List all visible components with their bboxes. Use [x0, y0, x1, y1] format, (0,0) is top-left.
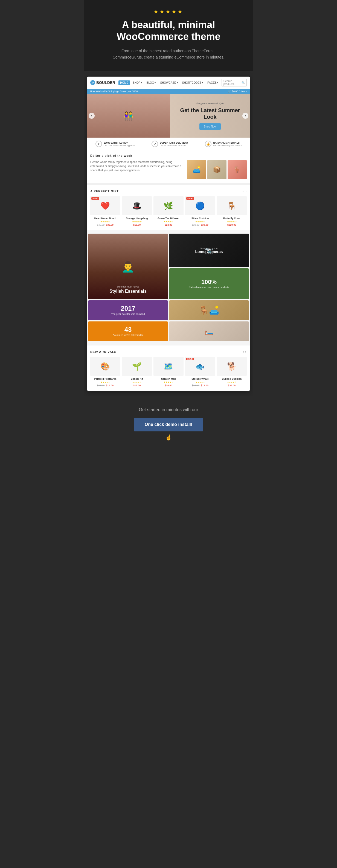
cursor-icon: ☝ [90, 434, 247, 441]
feature-natural: 👍 NATURAL MATERIALS We use 100% organic … [205, 141, 242, 147]
promo-cameras-big: Lomo Cameras [195, 249, 223, 254]
banner-seasonal: Gorgeous seasonal style [176, 102, 245, 105]
nav-home[interactable]: HOME [118, 81, 130, 85]
promo-stylish-essentials[interactable]: 👨‍🦱 Summer must haves Stylish Essentials [88, 234, 168, 299]
promo-year-text: The year Boulder was founded [111, 312, 145, 316]
new-arrivals-section: NEW ARRIVALS ‹ › 🎨 Polaroid Postcards ★★… [87, 345, 250, 391]
nav-menu: HOME SHOP ▾ BLOG ▾ SHOWCASE ▾ SHORTCODES… [118, 81, 220, 85]
cta-text: Get started in minutes with our [90, 407, 247, 412]
section-nav-gift: ‹ › [243, 189, 247, 193]
promo-year: 2017 The year Boulder was founded [88, 300, 168, 320]
topbar-cart[interactable]: 🛒 $0.00 0 items [228, 90, 247, 93]
hero-subtitle: From one of the highest rated authors on… [101, 48, 236, 60]
banner-headline: Get the Latest Summer Look [176, 107, 245, 120]
product-img-storage-whale: SALE! 🐟 [185, 357, 215, 376]
feature-bar: ♥ 100% SATISFACTION Our customers love o… [87, 137, 250, 150]
natural-icon: 👍 [205, 141, 211, 147]
product-stars-bonsai: ★★★★☆ [122, 381, 152, 383]
product-price-heart-memo: $40.00 $36.00 [90, 223, 120, 226]
feature-delivery: ↗ SUPER FAST DELIVERY Dispatched within … [152, 141, 188, 147]
product-stars-hedgehog: ★★★★★ [122, 220, 152, 223]
perfect-gift-section: A PERFECT GIFT ‹ › SALE! ❤️ Heart Memo B… [87, 185, 250, 230]
promo-bedroom: 🛏️ [169, 321, 249, 341]
new-arrivals-products: 🎨 Polaroid Postcards ★★★★☆ $36.00 $18.00… [90, 357, 247, 387]
promo-cameras-label: New range just in [195, 247, 223, 249]
product-img-scratch-map: 🗺️ [153, 357, 184, 376]
arrivals-next-icon[interactable]: › [245, 350, 247, 354]
bottom-cta: Get started in minutes with our One clic… [84, 396, 253, 452]
product-img-bonsai: 🌱 [122, 357, 152, 376]
product-stars-diffuser: ★★★★☆ [153, 220, 184, 223]
browser-mockup: ⊙ BOULDER HOME SHOP ▾ BLOG ▾ SHOWCASE ▾ … [87, 76, 250, 391]
product-img-polaroid: 🎨 [90, 357, 120, 376]
promo-grid-container: 👨‍🦱 Summer must haves Stylish Essentials… [87, 230, 250, 344]
sale-badge-whale: SALE! [186, 358, 194, 360]
product-name-diffuser: Green Tea Diffuser [153, 217, 184, 220]
product-stars: ★★★★☆ [90, 220, 120, 223]
editors-pick-title: Editor's pick of the week [90, 154, 247, 157]
arrivals-prev-icon[interactable]: ‹ [243, 350, 244, 354]
delivery-sub: Dispatched within 24 hours [160, 144, 188, 147]
hero-title: A beautiful, minimal WooCommerce theme [101, 19, 236, 42]
product-price-hedgehog: $18.00 [122, 223, 152, 226]
product-stars-chair: ★★★★☆ [217, 220, 247, 223]
promo-stylish-big: Stylish Essentials [90, 289, 166, 294]
section-nav-arrivals: ‹ › [243, 350, 247, 354]
feature-satisfaction: ♥ 100% SATISFACTION Our customers love o… [95, 141, 135, 147]
product-scratch-map: 🗺️ Scratch Map ★★★★☆ $20.00 [153, 357, 184, 387]
demo-install-button[interactable]: One click demo install! [134, 418, 203, 431]
new-arrivals-title: NEW ARRIVALS ‹ › [90, 350, 247, 354]
product-chair: 🪑 Butterfly Chair ★★★★☆ $220.00 [217, 196, 247, 226]
site-navbar: ⊙ BOULDER HOME SHOP ▾ BLOG ▾ SHOWCASE ▾ … [87, 76, 250, 89]
search-placeholder: Search products... [223, 80, 240, 86]
nav-search[interactable]: Search products... 🔍 [221, 79, 247, 87]
editors-img-living: 🛋️ [187, 160, 206, 179]
product-stars-cushion: ★★★★☆ [185, 220, 215, 223]
editors-img-deer: 🦌 [227, 160, 247, 179]
banner-text: Gorgeous seasonal style Get the Latest S… [170, 97, 250, 135]
natural-title: NATURAL MATERIALS [213, 142, 242, 144]
gift-prev-icon[interactable]: ‹ [243, 189, 244, 193]
promo-furniture: 🪑🛋️ [169, 300, 249, 320]
promo-cameras[interactable]: 📷 New range just in Lomo Cameras [169, 234, 249, 267]
product-img-bulldog: 🐕 [217, 357, 247, 376]
banner-prev-button[interactable]: ‹ [89, 113, 95, 119]
perfect-gift-products: SALE! ❤️ Heart Memo Board ★★★★☆ $40.00 $… [90, 196, 247, 226]
promo-countries-text: Countries we've delivered to [113, 334, 144, 337]
product-img-chair: 🪑 [217, 196, 247, 215]
nav-shop[interactable]: SHOP ▾ [131, 81, 144, 85]
product-price-chair: $220.00 [217, 223, 247, 226]
product-diffuser: 🌿 Green Tea Diffuser ★★★★☆ $24.00 [153, 196, 184, 226]
promo-countries: 43 Countries we've delivered to [88, 321, 168, 341]
promo-stylish-label: Summer must haves [90, 285, 166, 288]
product-price-diffuser: $24.00 [153, 223, 184, 226]
product-img-heart-memo: SALE! ❤️ [90, 196, 120, 215]
product-name-chair: Butterfly Chair [217, 217, 247, 220]
product-img-diffuser: 🌿 [153, 196, 184, 215]
sale-badge-cushion: SALE! [186, 197, 194, 200]
product-img-hedgehog: 🎩 [122, 196, 152, 215]
product-storage-whale: SALE! 🐟 Storage Whale ★★★★☆ $22.00 $13.0… [185, 357, 215, 387]
product-heart-memo: SALE! ❤️ Heart Memo Board ★★★★☆ $40.00 $… [90, 196, 120, 226]
search-icon[interactable]: 🔍 [242, 81, 245, 84]
product-price-storage-whale: $22.00 $13.00 [185, 384, 215, 387]
product-stars-polaroid: ★★★★☆ [90, 381, 120, 383]
star-rating: ★★★★★ [101, 8, 236, 15]
gift-next-icon[interactable]: › [245, 189, 247, 193]
promo-grid: 👨‍🦱 Summer must haves Stylish Essentials… [88, 234, 249, 341]
nav-shortcodes[interactable]: SHORTCODES ▾ [181, 81, 205, 85]
banner-next-button[interactable]: › [242, 113, 248, 119]
nav-blog[interactable]: BLOG ▾ [145, 81, 158, 85]
banner-cta-button[interactable]: Shop Now [200, 123, 221, 130]
product-name-bulldog: Bulldog Cushion [217, 377, 247, 380]
promo-year-num: 2017 [111, 305, 145, 312]
delivery-icon: ↗ [152, 141, 158, 147]
nav-pages[interactable]: PAGES ▾ [206, 81, 220, 85]
nav-logo: ⊙ BOULDER [90, 80, 115, 85]
editors-pick-text: Get the whole family together to spend m… [90, 160, 185, 179]
promo-natural: 100% Natural material used in our produc… [169, 268, 249, 299]
nav-showcase[interactable]: SHOWCASE ▾ [158, 81, 179, 85]
editors-img-package: 📦 [207, 160, 226, 179]
hero-section: ★★★★★ A beautiful, minimal WooCommerce t… [84, 0, 253, 71]
product-name-hedgehog: Storage Hedgehog [122, 217, 152, 220]
